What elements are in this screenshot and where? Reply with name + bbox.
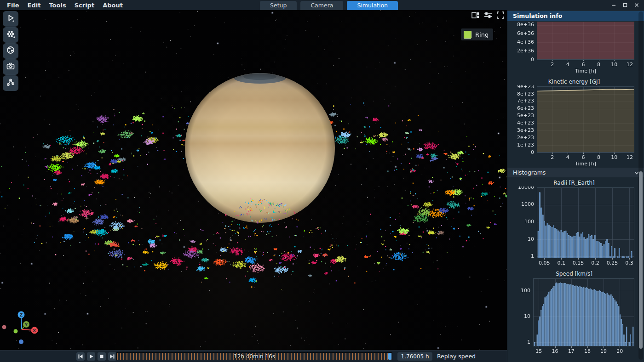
sidebar-scrollbar[interactable] — [638, 11, 643, 360]
legend-item-ring[interactable]: Ring — [461, 28, 493, 40]
skip-to-start-button[interactable] — [76, 352, 85, 361]
ring-color-swatch — [464, 31, 472, 39]
menu-about[interactable]: About — [98, 2, 127, 9]
legend-label: Ring — [475, 31, 489, 38]
timeline-seekbar[interactable]: 12h 40min 16s — [116, 352, 392, 360]
application-window: File Edit Tools Script About Setup Camer… — [0, 0, 644, 362]
fullscreen-icon[interactable] — [497, 11, 504, 21]
particles-button[interactable] — [3, 27, 18, 43]
tab-simulation[interactable]: Simulation — [347, 1, 398, 10]
simulation-info-header: Simulation info — [507, 11, 644, 21]
total-energy-chart — [509, 21, 639, 74]
menu-script[interactable]: Script — [70, 2, 98, 9]
replay-speed-label: Replay speed — [437, 353, 476, 360]
minimize-button[interactable] — [611, 2, 616, 8]
node-graph-icon — [6, 78, 15, 89]
histograms-header-label: Histograms — [513, 169, 546, 176]
play-button[interactable] — [87, 352, 95, 361]
sidebar-scrollbar-thumb[interactable] — [639, 171, 643, 349]
play-icon — [6, 13, 15, 24]
axis-y-label: Y — [24, 322, 28, 327]
window-controls — [611, 0, 639, 10]
histograms-section-header[interactable]: Histograms — [507, 168, 644, 177]
speed-histogram-chart — [509, 277, 639, 361]
run-simulation-button[interactable] — [3, 11, 18, 27]
tab-setup[interactable]: Setup — [260, 1, 297, 10]
camera-settings-button[interactable] — [3, 59, 18, 75]
axis-x-label: X — [33, 328, 36, 333]
radii-histogram-chart — [509, 187, 639, 267]
kinetic-energy-chart-title: Kinetic energy [GJ] — [509, 79, 639, 85]
camera-gear-icon — [6, 62, 15, 73]
stop-button[interactable] — [98, 352, 106, 361]
main-tabs: Setup Camera Simulation — [260, 1, 398, 10]
titlebar: File Edit Tools Script About Setup Camer… — [0, 0, 644, 10]
playback-buttons — [76, 352, 116, 361]
radii-histogram-title: Radii [R_Earth] — [509, 180, 639, 186]
tab-camera[interactable]: Camera — [300, 1, 343, 10]
left-toolbar — [3, 11, 18, 91]
timeline-time-label: 12h 40min 16s — [117, 353, 392, 360]
viewport-corner-controls — [472, 11, 504, 21]
close-button[interactable] — [634, 2, 639, 8]
viewport-3d-scene[interactable] — [0, 10, 507, 350]
node-graph-button[interactable] — [3, 75, 18, 91]
display-settings-icon[interactable] — [484, 11, 492, 21]
panel-layout-icon[interactable] — [472, 11, 479, 21]
speed-histogram-title: Speed [km/s] — [509, 271, 639, 277]
axis-z-label: Z — [20, 312, 23, 317]
menu-file[interactable]: File — [3, 2, 23, 9]
menu-bar: File Edit Tools Script About — [3, 0, 127, 10]
menu-edit[interactable]: Edit — [23, 2, 45, 9]
playback-bar: 12h 40min 16s 1.76005 h Replay speed — [0, 350, 507, 362]
globe-icon — [6, 45, 15, 57]
kinetic-energy-chart — [509, 85, 639, 166]
axis-gizmo[interactable]: Z Y X — [15, 310, 43, 336]
menu-tools[interactable]: Tools — [45, 2, 70, 9]
viewport-3d: Ring Z Y X — [0, 10, 507, 350]
simulation-info-panel: Simulation info Kinetic energy [GJ] Hist… — [507, 10, 644, 362]
skip-to-end-button[interactable] — [108, 352, 116, 361]
world-button[interactable] — [3, 43, 18, 59]
particles-icon — [6, 29, 15, 40]
maximize-button[interactable] — [622, 2, 628, 8]
current-time-field[interactable]: 1.76005 h — [397, 352, 432, 361]
timeline-thumb[interactable] — [388, 353, 391, 360]
